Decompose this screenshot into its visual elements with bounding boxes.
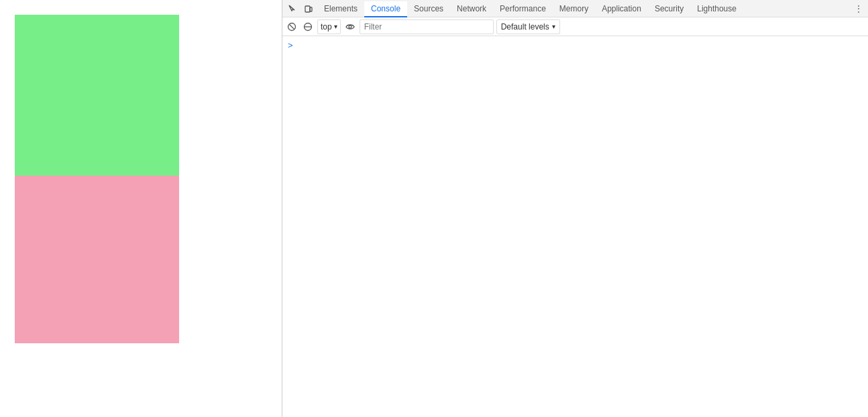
prompt-symbol: >	[288, 40, 293, 50]
tab-performance[interactable]: Performance	[493, 1, 553, 17]
context-value: top	[321, 22, 332, 32]
tab-lighthouse[interactable]: Lighthouse	[690, 1, 743, 17]
levels-chevron-icon: ▾	[552, 23, 555, 30]
svg-rect-1	[310, 7, 312, 11]
tab-security[interactable]: Security	[648, 1, 690, 17]
console-toolbar: top ▾ Default levels ▾	[282, 17, 868, 36]
context-chevron-icon: ▾	[334, 23, 337, 30]
tab-application[interactable]: Application	[595, 1, 648, 17]
main-layout: Elements Console Sources Network Perform…	[0, 0, 868, 417]
svg-rect-0	[305, 6, 310, 12]
clear-console-button[interactable]	[285, 20, 299, 34]
block-button[interactable]	[301, 20, 315, 34]
svg-line-3	[290, 24, 294, 29]
svg-point-6	[349, 25, 351, 28]
pink-box	[15, 176, 179, 343]
tab-sources[interactable]: Sources	[407, 1, 450, 17]
context-selector[interactable]: top ▾	[317, 19, 341, 34]
tab-console[interactable]: Console	[364, 1, 407, 17]
green-box	[15, 15, 179, 176]
console-output[interactable]: >	[282, 36, 868, 417]
console-prompt[interactable]: >	[282, 39, 868, 52]
more-tabs-button[interactable]: ⋮	[852, 4, 865, 13]
device-toggle-button[interactable]	[301, 1, 316, 16]
levels-selector[interactable]: Default levels ▾	[496, 19, 560, 34]
tab-memory[interactable]: Memory	[553, 1, 595, 17]
devtools-panel: Elements Console Sources Network Perform…	[282, 0, 868, 417]
inspect-element-button[interactable]	[285, 1, 300, 16]
tab-elements[interactable]: Elements	[317, 1, 364, 17]
eye-button[interactable]	[343, 20, 357, 34]
tab-network[interactable]: Network	[450, 1, 493, 17]
webpage-preview	[0, 0, 282, 417]
levels-label: Default levels	[501, 22, 549, 32]
filter-input[interactable]	[360, 19, 494, 34]
devtools-top-toolbar: Elements Console Sources Network Perform…	[282, 0, 868, 17]
